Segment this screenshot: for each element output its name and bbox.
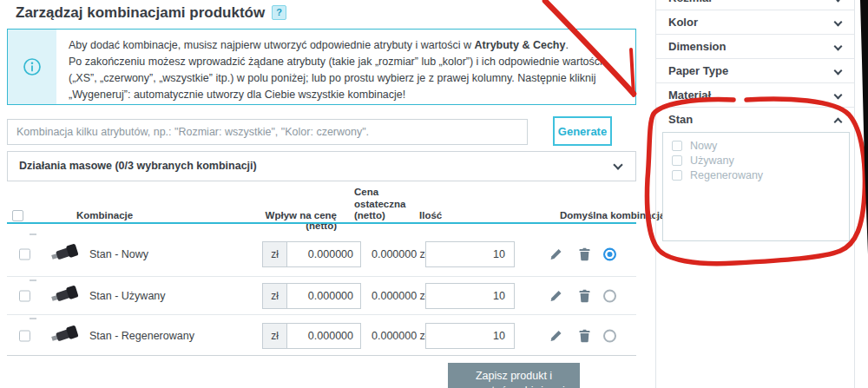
chevron-down-icon xyxy=(834,0,843,2)
edit-pencil-icon[interactable] xyxy=(549,290,562,303)
row-checkbox[interactable] xyxy=(19,248,30,260)
sidebar-group-material[interactable]: Materiał xyxy=(656,83,854,108)
bulk-actions-label: Działania masowe (0/3 wybranych kombinac… xyxy=(19,152,257,181)
delete-trash-icon[interactable] xyxy=(579,247,590,260)
col-header-final-price: Cena ostateczna (netto) xyxy=(354,187,410,222)
page-title: Zarządzaj kombinacjami produktów? xyxy=(16,4,286,22)
table-header-underline xyxy=(7,222,636,224)
option-checkbox[interactable] xyxy=(672,141,682,151)
chevron-down-icon xyxy=(834,18,843,27)
combination-name: Stan - Nowy xyxy=(89,248,148,260)
sidebar-group-paper-type[interactable]: Paper Type xyxy=(656,59,854,83)
option-checkbox[interactable] xyxy=(672,155,682,166)
chevron-down-icon xyxy=(613,160,622,169)
stan-option-regenerowany[interactable]: Regenerowany xyxy=(672,169,763,181)
col-header-default: Domyślna kombinacja xyxy=(560,210,665,220)
default-combination-radio[interactable] xyxy=(603,329,616,342)
save-product-button[interactable]: Zapisz produkt i pozostań na bieżącej st… xyxy=(448,363,580,388)
info-icon xyxy=(8,30,56,104)
currency-addon: zł xyxy=(262,283,286,309)
delete-trash-icon[interactable] xyxy=(579,290,590,303)
attributes-sidebar: Rozmiar Kolor Dimension Paper Type Mater… xyxy=(655,0,855,388)
product-thumbnail xyxy=(49,322,82,350)
chevron-down-icon xyxy=(834,91,843,100)
edit-pencil-icon[interactable] xyxy=(549,329,562,342)
price-impact-input[interactable] xyxy=(286,241,361,267)
stan-option-nowy[interactable]: Nowy xyxy=(672,140,717,152)
sidebar-group-kolor[interactable]: Kolor xyxy=(656,10,854,35)
stan-option-uzywany[interactable]: Używany xyxy=(672,155,734,167)
product-thumbnail xyxy=(49,282,82,310)
option-checkbox[interactable] xyxy=(672,170,682,181)
combination-name: Stan - Używany xyxy=(89,290,166,302)
quantity-input[interactable] xyxy=(425,283,515,309)
chevron-up-icon xyxy=(834,118,843,127)
combination-name: Stan - Regenerowany xyxy=(89,330,194,342)
col-header-price-impact: Wpływ na cenę (netto) xyxy=(243,210,337,231)
col-header-quantity: Ilość xyxy=(419,210,442,220)
final-price-value: 0.000000 zł xyxy=(372,290,428,302)
price-impact-input[interactable] xyxy=(286,323,361,349)
product-thumbnail xyxy=(49,240,82,268)
help-icon[interactable]: ? xyxy=(272,5,286,20)
sidebar-group-stan[interactable]: Stan xyxy=(656,108,854,132)
generate-button[interactable]: Generate xyxy=(553,116,612,146)
row-checkbox[interactable] xyxy=(19,330,30,341)
info-alert-text: Aby dodać kombinacje, musisz najpierw ut… xyxy=(56,30,635,104)
select-all-checkbox[interactable] xyxy=(12,210,23,221)
table-row: Stan - Regenerowany zł 0.000000 zł xyxy=(7,316,636,355)
table-row: Stan - Nowy zł 0.000000 zł xyxy=(7,232,636,277)
info-alert: Aby dodać kombinacje, musisz najpierw ut… xyxy=(7,29,636,105)
chevron-down-icon xyxy=(834,67,843,76)
final-price-value: 0.000000 zł xyxy=(372,248,428,260)
currency-addon: zł xyxy=(262,241,286,267)
edit-pencil-icon[interactable] xyxy=(549,247,562,260)
default-combination-radio[interactable] xyxy=(603,290,616,303)
drag-handle-icon[interactable] xyxy=(30,279,36,281)
row-checkbox[interactable] xyxy=(19,291,30,302)
bulk-actions-bar[interactable]: Działania masowe (0/3 wybranych kombinac… xyxy=(7,151,636,181)
drag-handle-icon[interactable] xyxy=(30,233,36,235)
drag-handle-icon[interactable] xyxy=(30,318,36,319)
sidebar-group-dimension[interactable]: Dimension xyxy=(656,35,854,59)
sidebar-group-rozmiar[interactable]: Rozmiar xyxy=(656,0,854,10)
final-price-value: 0.000000 zł xyxy=(372,330,428,342)
quantity-input[interactable] xyxy=(425,323,515,349)
table-bottom-divider xyxy=(7,355,636,356)
table-row: Stan - Używany zł 0.000000 zł xyxy=(7,278,636,315)
delete-trash-icon[interactable] xyxy=(579,329,590,342)
combination-search-input[interactable] xyxy=(7,119,528,145)
price-impact-input[interactable] xyxy=(286,283,361,309)
quantity-input[interactable] xyxy=(425,241,515,267)
col-header-combinations: Kombinacje xyxy=(76,210,133,220)
chevron-down-icon xyxy=(834,43,843,51)
default-combination-radio[interactable] xyxy=(603,247,616,260)
combinations-manager-screen: Zarządzaj kombinacjami produktów? Aby do… xyxy=(0,0,868,388)
stan-options-panel: Nowy Używany Regenerowany xyxy=(662,132,850,241)
currency-addon: zł xyxy=(262,323,286,349)
attributes-features-link: Atrybuty & Cechy xyxy=(475,39,566,51)
